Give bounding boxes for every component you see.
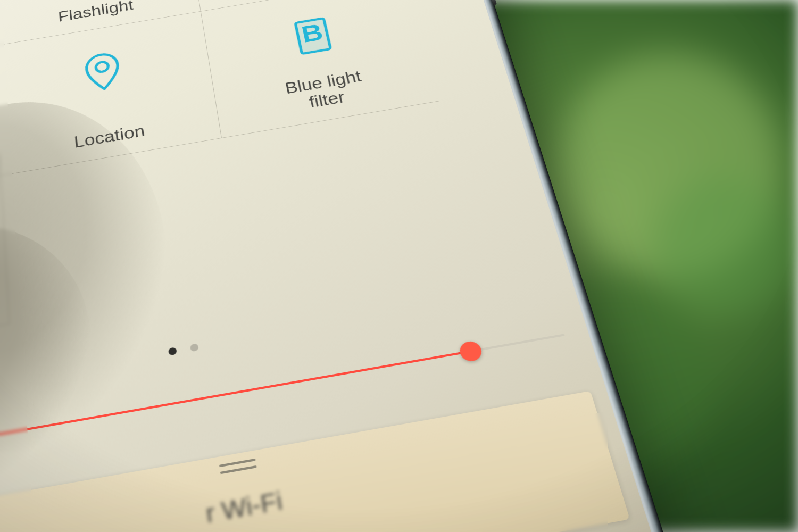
phone-frame: t Flashlight bbox=[0, 0, 706, 532]
qs-tile-label: Location bbox=[73, 122, 146, 152]
pager-dot bbox=[190, 343, 199, 352]
quick-settings-grid: t Flashlight bbox=[0, 0, 556, 350]
blue-light-filter-icon: B bbox=[281, 10, 345, 62]
screen: t Flashlight bbox=[0, 0, 696, 532]
pager-dot-active bbox=[168, 347, 177, 355]
svg-point-0 bbox=[95, 61, 109, 73]
drag-handle-icon[interactable] bbox=[219, 459, 257, 474]
qs-tile-label: Blue light filter bbox=[284, 68, 367, 114]
location-pin-icon bbox=[72, 45, 132, 98]
qs-tile-label: Flashlight bbox=[57, 0, 134, 25]
pager-dots[interactable] bbox=[168, 343, 199, 356]
slider-thumb[interactable] bbox=[458, 340, 484, 363]
